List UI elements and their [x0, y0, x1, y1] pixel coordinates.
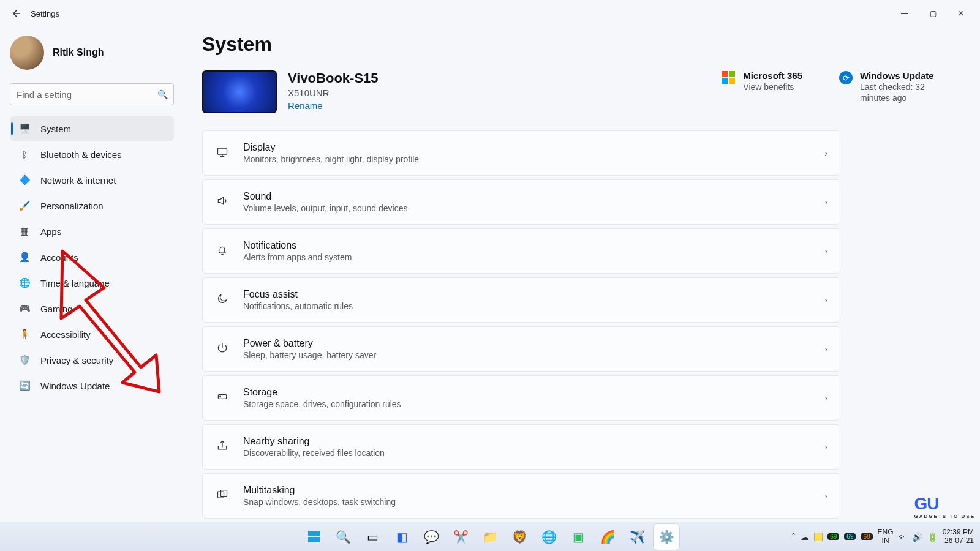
- setting-multitasking[interactable]: MultitaskingSnap windows, desktops, task…: [202, 473, 839, 519]
- snip-button[interactable]: ✂️: [448, 524, 473, 550]
- nav-icon: ᛒ: [18, 149, 31, 160]
- minimize-button[interactable]: —: [891, 4, 919, 23]
- setting-title: Focus assist: [243, 289, 353, 300]
- svg-rect-0: [218, 148, 227, 154]
- widgets-icon: ◧: [396, 530, 408, 544]
- setting-power-battery[interactable]: Power & batterySleep, battery usage, bat…: [202, 326, 839, 372]
- spotify-button[interactable]: ▣: [565, 524, 591, 550]
- clock-date: 26-07-21: [943, 537, 974, 545]
- teams-button[interactable]: 💬: [418, 524, 444, 550]
- nav-label: System: [40, 124, 71, 134]
- sidebar-item-network-internet[interactable]: 🔷Network & internet: [10, 168, 174, 192]
- minimize-icon: —: [901, 9, 908, 18]
- setting-sound[interactable]: SoundVolume levels, output, input, sound…: [202, 179, 839, 225]
- sidebar-item-system[interactable]: 🖥️System: [10, 116, 174, 141]
- nav-label: Privacy & security: [40, 355, 113, 365]
- sidebar-item-personalization[interactable]: 🖌️Personalization: [10, 193, 174, 218]
- nav-label: Bluetooth & devices: [40, 149, 122, 160]
- nav-label: Gaming: [40, 304, 73, 314]
- sidebar-item-bluetooth-devices[interactable]: ᛒBluetooth & devices: [10, 142, 174, 167]
- user-account-button[interactable]: Ritik Singh: [10, 36, 174, 70]
- setting-subtitle: Monitors, brightness, night light, displ…: [243, 154, 419, 164]
- brave-icon: 🦁: [512, 530, 527, 544]
- nav-icon: 🖌️: [18, 200, 31, 211]
- tray-chevron-icon[interactable]: ˄: [791, 532, 796, 542]
- sidebar-item-apps[interactable]: ▦Apps: [10, 219, 174, 244]
- back-button[interactable]: [5, 2, 27, 24]
- nav-label: Accessibility: [40, 329, 91, 340]
- brave-button[interactable]: 🦁: [507, 524, 532, 550]
- maximize-icon: ▢: [930, 9, 937, 18]
- sidebar-item-accounts[interactable]: 👤Accounts: [10, 245, 174, 269]
- start-button[interactable]: [301, 524, 326, 550]
- nav-icon: 🔷: [18, 174, 31, 186]
- sidebar-item-windows-update[interactable]: 🔄Windows Update: [10, 373, 174, 398]
- folder-icon: 📁: [483, 530, 498, 544]
- nav-label: Apps: [40, 227, 61, 237]
- search-icon: 🔍: [336, 530, 351, 544]
- rename-link[interactable]: Rename: [288, 100, 379, 111]
- device-info: VivoBook-S15 X510UNR Rename: [288, 70, 379, 111]
- m365-title: Microsoft 365: [743, 70, 802, 81]
- sidebar-item-time-language[interactable]: 🌐Time & language: [10, 271, 174, 295]
- telegram-button[interactable]: ✈️: [624, 524, 650, 550]
- nav-label: Personalization: [40, 201, 104, 211]
- tray-app-icon[interactable]: [814, 533, 823, 541]
- mem-icon[interactable]: 68: [861, 533, 872, 540]
- setting-title: Storage: [243, 387, 401, 398]
- setting-storage[interactable]: StorageStorage space, drives, configurat…: [202, 375, 839, 421]
- edge-button[interactable]: 🌐: [536, 524, 562, 550]
- widgets-button[interactable]: ◧: [389, 524, 415, 550]
- user-name: Ritik Singh: [53, 47, 104, 58]
- device-thumbnail[interactable]: [202, 70, 277, 113]
- battery-icon[interactable]: 🔋: [927, 532, 938, 542]
- chevron-right-icon: ›: [824, 393, 827, 403]
- setting-focus-assist[interactable]: Focus assistNotifications, automatic rul…: [202, 277, 839, 323]
- setting-nearby-sharing[interactable]: Nearby sharingDiscoverability, received …: [202, 424, 839, 470]
- search-box[interactable]: 🔍: [10, 83, 174, 105]
- search-icon: 🔍: [157, 89, 168, 99]
- task-view-button[interactable]: ▭: [360, 524, 385, 550]
- clock-button[interactable]: 02:39 PM 26-07-21: [943, 528, 974, 545]
- chrome-icon: 🌈: [600, 530, 616, 544]
- telegram-icon: ✈️: [630, 530, 645, 544]
- explorer-button[interactable]: 📁: [477, 524, 503, 550]
- gpu-temp-icon[interactable]: 69: [844, 533, 856, 540]
- chevron-right-icon: ›: [824, 344, 827, 354]
- lang-code: ENG: [878, 528, 894, 536]
- setting-title: Notifications: [243, 240, 352, 251]
- sidebar-item-privacy-security[interactable]: 🛡️Privacy & security: [10, 348, 174, 372]
- volume-icon[interactable]: 🔊: [912, 532, 922, 542]
- wifi-icon[interactable]: ᯤ: [899, 532, 907, 542]
- search-input[interactable]: [10, 83, 174, 105]
- setting-display[interactable]: DisplayMonitors, brightness, night light…: [202, 130, 839, 176]
- chevron-right-icon: ›: [824, 246, 827, 256]
- titlebar: Settings — ▢ ✕: [0, 0, 980, 27]
- scissors-icon: ✂️: [453, 530, 469, 544]
- sidebar-item-accessibility[interactable]: 🧍Accessibility: [10, 322, 174, 347]
- taskbar-center: 🔍 ▭ ◧ 💬 ✂️ 📁 🦁 🌐 ▣ 🌈 ✈️ ⚙️: [301, 524, 679, 550]
- settings-button[interactable]: ⚙️: [654, 524, 679, 550]
- maximize-button[interactable]: ▢: [919, 4, 947, 23]
- search-button[interactable]: 🔍: [330, 524, 356, 550]
- microsoft-365-tile[interactable]: Microsoft 365 View benefits: [721, 70, 802, 93]
- task-view-icon: ▭: [367, 530, 379, 544]
- setting-notifications[interactable]: NotificationsAlerts from apps and system…: [202, 228, 839, 274]
- chat-icon: 💬: [424, 530, 439, 544]
- setting-subtitle: Alerts from apps and system: [243, 252, 352, 262]
- setting-subtitle: Discoverability, received files location: [243, 448, 385, 458]
- windows-update-tile[interactable]: ⟳ Windows Update Last checked: 32 minute…: [839, 70, 956, 103]
- chrome-button[interactable]: 🌈: [595, 524, 620, 550]
- gear-icon: ⚙️: [659, 530, 674, 544]
- bell-icon: [214, 244, 231, 259]
- sound-icon: [214, 195, 231, 210]
- cpu-temp-icon[interactable]: 69: [827, 533, 839, 540]
- nav-icon: 🧍: [18, 329, 31, 340]
- close-button[interactable]: ✕: [947, 4, 975, 23]
- chevron-right-icon: ›: [824, 491, 827, 501]
- sidebar-item-gaming[interactable]: 🎮Gaming: [10, 296, 174, 321]
- page-title: System: [202, 33, 956, 56]
- language-button[interactable]: ENG IN: [878, 528, 894, 544]
- storage-icon: [214, 391, 231, 406]
- onedrive-icon[interactable]: ☁: [801, 532, 809, 542]
